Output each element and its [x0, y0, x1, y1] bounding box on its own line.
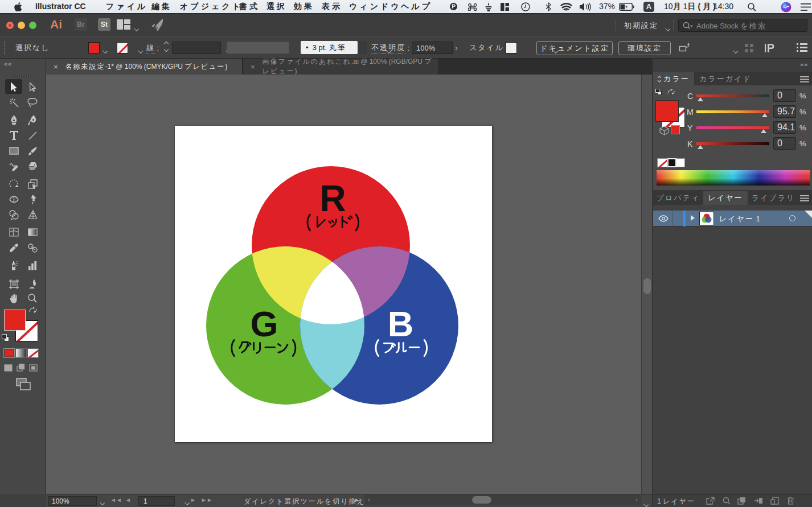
- svg-text:G: G: [250, 304, 278, 344]
- svg-text:B: B: [388, 304, 414, 344]
- svg-text:R: R: [319, 178, 346, 219]
